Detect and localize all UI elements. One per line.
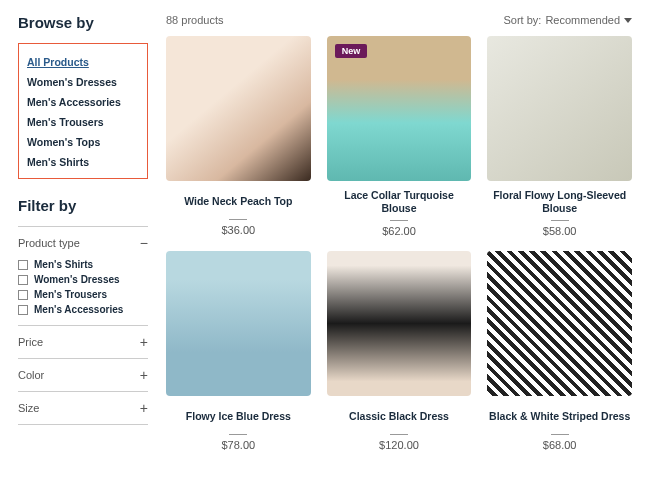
main-content: 88 products Sort by: Recommended Wide Ne… bbox=[166, 14, 632, 486]
product-price: $58.00 bbox=[487, 225, 632, 237]
checkbox-icon bbox=[18, 275, 28, 285]
topbar: 88 products Sort by: Recommended bbox=[166, 14, 632, 26]
checkbox-mens-accessories[interactable]: Men's Accessories bbox=[18, 302, 148, 317]
browse-by-title: Browse by bbox=[18, 14, 148, 31]
divider bbox=[551, 434, 569, 435]
checkbox-womens-dresses[interactable]: Women's Dresses bbox=[18, 272, 148, 287]
divider bbox=[229, 219, 247, 220]
product-price: $36.00 bbox=[166, 224, 311, 236]
option-label: Men's Trousers bbox=[34, 289, 107, 300]
product-price: $68.00 bbox=[487, 439, 632, 451]
checkbox-icon bbox=[18, 305, 28, 315]
divider bbox=[390, 434, 408, 435]
chevron-down-icon bbox=[624, 18, 632, 23]
sort-value: Recommended bbox=[545, 14, 620, 26]
new-badge: New bbox=[335, 44, 368, 58]
product-image: New bbox=[327, 36, 472, 181]
filter-color: Color + bbox=[18, 358, 148, 392]
filter-label: Size bbox=[18, 402, 39, 414]
product-image bbox=[487, 251, 632, 396]
product-card[interactable]: New Lace Collar Turquoise Blouse $62.00 bbox=[327, 36, 472, 237]
category-womens-tops[interactable]: Women's Tops bbox=[27, 132, 139, 152]
product-name: Floral Flowy Long-Sleeved Blouse bbox=[487, 189, 632, 216]
checkbox-icon bbox=[18, 290, 28, 300]
product-name: Wide Neck Peach Top bbox=[166, 189, 311, 215]
filter-product-type-header[interactable]: Product type − bbox=[18, 235, 148, 251]
checkbox-mens-shirts[interactable]: Men's Shirts bbox=[18, 257, 148, 272]
product-card[interactable]: Floral Flowy Long-Sleeved Blouse $58.00 bbox=[487, 36, 632, 237]
option-label: Men's Shirts bbox=[34, 259, 93, 270]
browse-category-list: All Products Women's Dresses Men's Acces… bbox=[18, 43, 148, 179]
product-image bbox=[487, 36, 632, 181]
product-name: Classic Black Dress bbox=[327, 404, 472, 430]
product-card[interactable]: Wide Neck Peach Top $36.00 bbox=[166, 36, 311, 237]
filter-color-header[interactable]: Color + bbox=[18, 367, 148, 383]
product-image bbox=[166, 251, 311, 396]
product-image bbox=[327, 251, 472, 396]
product-name: Flowy Ice Blue Dress bbox=[166, 404, 311, 430]
minus-icon: − bbox=[140, 235, 148, 251]
plus-icon: + bbox=[140, 334, 148, 350]
product-card[interactable]: Flowy Ice Blue Dress $78.00 bbox=[166, 251, 311, 451]
filter-size-header[interactable]: Size + bbox=[18, 400, 148, 416]
filter-label: Price bbox=[18, 336, 43, 348]
filter-product-type-options: Men's Shirts Women's Dresses Men's Trous… bbox=[18, 257, 148, 317]
category-mens-shirts[interactable]: Men's Shirts bbox=[27, 152, 139, 172]
product-card[interactable]: Classic Black Dress $120.00 bbox=[327, 251, 472, 451]
filter-label: Color bbox=[18, 369, 44, 381]
product-count: 88 products bbox=[166, 14, 223, 26]
product-price: $120.00 bbox=[327, 439, 472, 451]
plus-icon: + bbox=[140, 400, 148, 416]
product-price: $62.00 bbox=[327, 225, 472, 237]
plus-icon: + bbox=[140, 367, 148, 383]
filter-by-title: Filter by bbox=[18, 197, 148, 214]
divider bbox=[229, 434, 247, 435]
filter-size: Size + bbox=[18, 391, 148, 425]
filter-price: Price + bbox=[18, 325, 148, 359]
category-mens-trousers[interactable]: Men's Trousers bbox=[27, 112, 139, 132]
filter-product-type: Product type − Men's Shirts Women's Dres… bbox=[18, 226, 148, 326]
product-name: Lace Collar Turquoise Blouse bbox=[327, 189, 472, 216]
product-card[interactable]: Black & White Striped Dress $68.00 bbox=[487, 251, 632, 451]
option-label: Men's Accessories bbox=[34, 304, 123, 315]
sidebar: Browse by All Products Women's Dresses M… bbox=[18, 14, 148, 486]
product-price: $78.00 bbox=[166, 439, 311, 451]
sort-label: Sort by: bbox=[504, 14, 542, 26]
divider bbox=[390, 220, 408, 221]
filter-price-header[interactable]: Price + bbox=[18, 334, 148, 350]
checkbox-mens-trousers[interactable]: Men's Trousers bbox=[18, 287, 148, 302]
product-grid: Wide Neck Peach Top $36.00 New Lace Coll… bbox=[166, 36, 632, 451]
category-womens-dresses[interactable]: Women's Dresses bbox=[27, 72, 139, 92]
product-image bbox=[166, 36, 311, 181]
checkbox-icon bbox=[18, 260, 28, 270]
filter-label: Product type bbox=[18, 237, 80, 249]
category-mens-accessories[interactable]: Men's Accessories bbox=[27, 92, 139, 112]
divider bbox=[551, 220, 569, 221]
sort-dropdown[interactable]: Sort by: Recommended bbox=[504, 14, 633, 26]
product-name: Black & White Striped Dress bbox=[487, 404, 632, 430]
option-label: Women's Dresses bbox=[34, 274, 120, 285]
category-all-products[interactable]: All Products bbox=[27, 52, 139, 72]
